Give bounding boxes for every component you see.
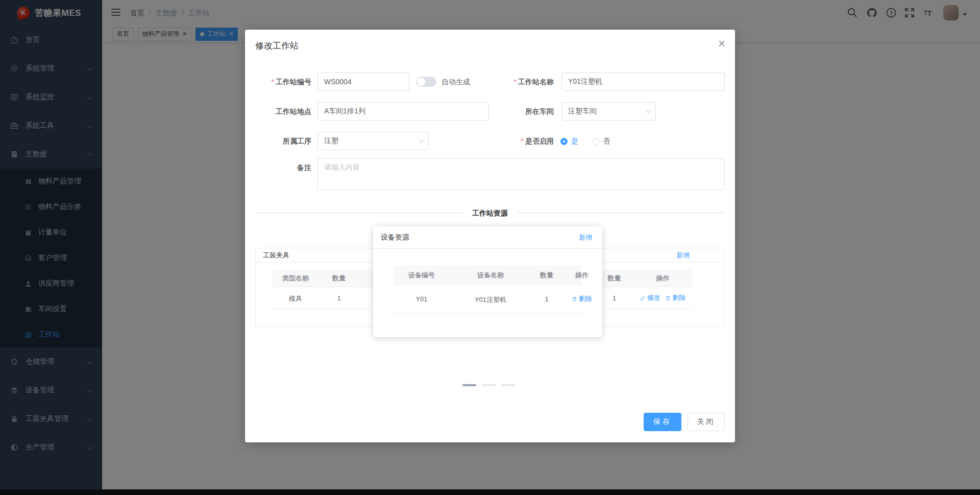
auto-generate-toggle[interactable] bbox=[416, 77, 436, 87]
right-row-actions: 修改 删除 bbox=[633, 293, 692, 302]
right-delete-link[interactable]: 删除 bbox=[665, 293, 685, 302]
device-delete-link[interactable]: 删除 bbox=[572, 294, 592, 303]
resources-divider-title: 工作站资源 bbox=[245, 208, 735, 218]
fixture-row-name: 模具 bbox=[273, 294, 318, 303]
required-asterisk: * bbox=[521, 137, 524, 145]
row-divider bbox=[394, 313, 581, 314]
location-input[interactable]: A车间1排1列 bbox=[317, 102, 489, 121]
pencil-icon bbox=[640, 295, 646, 301]
device-header-name: 设备名称 bbox=[450, 266, 531, 285]
station-code-input[interactable]: WS0004 bbox=[317, 73, 409, 91]
device-row-name: Y01注塑机 bbox=[450, 295, 531, 304]
device-resource-card: 设备资源 新增 设备编号 设备名称 数量 操作 Y01 Y01注塑机 1 删除 bbox=[373, 226, 602, 337]
fixture-header-type: 类型名称 bbox=[273, 270, 318, 287]
fixture-header-qty: 数量 bbox=[318, 270, 359, 287]
process-select[interactable]: 注塑 bbox=[317, 132, 429, 150]
field-label-location: 工作站地点 bbox=[245, 102, 311, 121]
trash-icon bbox=[572, 296, 577, 302]
edit-workstation-dialog: 修改工作站 ✕ *工作站编号 WS0004 自动生成 *工作站名称 Y01注塑机… bbox=[245, 30, 735, 442]
field-label-enabled: *是否启用 bbox=[477, 132, 554, 150]
field-label-station-code: *工作站编号 bbox=[245, 73, 311, 91]
required-asterisk: * bbox=[272, 78, 274, 86]
dialog-title: 修改工作站 bbox=[255, 40, 299, 52]
radio-dot-icon bbox=[592, 138, 599, 145]
carousel-indicators bbox=[462, 384, 515, 386]
station-name-input[interactable]: Y01注塑机 bbox=[561, 73, 725, 91]
fixture-row-qty: 1 bbox=[318, 294, 359, 302]
field-label-remark: 备注 bbox=[245, 158, 311, 177]
device-row-qty: 1 bbox=[531, 295, 562, 303]
fixture-card-title: 工装夹具 bbox=[263, 251, 289, 260]
device-header-qty: 数量 bbox=[531, 266, 562, 285]
device-row-actions: 删除 bbox=[562, 294, 602, 303]
cancel-button[interactable]: 关闭 bbox=[688, 413, 725, 431]
remark-placeholder: 请输入内容 bbox=[324, 163, 360, 171]
save-button[interactable]: 保存 bbox=[644, 413, 681, 431]
chevron-down-icon bbox=[646, 108, 651, 113]
remark-textarea[interactable]: 请输入内容 bbox=[317, 158, 725, 190]
carousel-dash-1[interactable] bbox=[462, 384, 476, 386]
field-label-process: 所属工序 bbox=[245, 132, 311, 150]
required-asterisk: * bbox=[514, 78, 517, 86]
enabled-radio-no[interactable]: 否 bbox=[592, 137, 610, 146]
device-header-code: 设备编号 bbox=[394, 266, 450, 285]
close-icon[interactable]: ✕ bbox=[716, 38, 728, 50]
device-card-add-link[interactable]: 新增 bbox=[579, 233, 592, 242]
screen: K 苦糖果MES 首页系统管理系统监控系统工具主数据 物料产品管理物料产品分类计… bbox=[0, 0, 980, 495]
device-card-title: 设备资源 bbox=[381, 233, 409, 242]
workshop-select[interactable]: 注塑车间 bbox=[561, 102, 656, 121]
auto-generate-label: 自动生成 bbox=[442, 73, 470, 91]
device-row-code: Y01 bbox=[394, 295, 450, 303]
right-header-action: 操作 bbox=[633, 270, 692, 287]
field-label-station-name: *工作站名称 bbox=[477, 73, 554, 91]
radio-dot-icon bbox=[560, 138, 568, 145]
device-table-header: 设备编号 设备名称 数量 操作 bbox=[394, 266, 581, 285]
trash-icon bbox=[665, 295, 671, 301]
right-card-add-link[interactable]: 新增 bbox=[676, 251, 690, 260]
carousel-dash-2[interactable] bbox=[482, 384, 496, 386]
right-edit-link[interactable]: 修改 bbox=[640, 293, 660, 302]
chevron-down-icon bbox=[419, 138, 424, 143]
enabled-radio-yes[interactable]: 是 bbox=[560, 137, 578, 146]
field-label-workshop: 所在车间 bbox=[477, 102, 554, 121]
device-header-action: 操作 bbox=[562, 266, 602, 285]
carousel-dash-3[interactable] bbox=[501, 384, 515, 386]
